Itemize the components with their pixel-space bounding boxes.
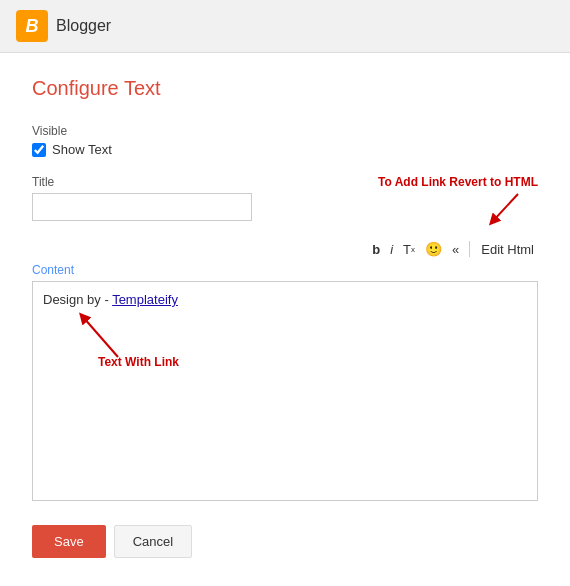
toolbar-separator bbox=[469, 241, 470, 257]
button-row: Save Cancel bbox=[32, 525, 538, 558]
title-section: Title bbox=[32, 175, 538, 221]
logo-letter: B bbox=[26, 16, 39, 37]
title-and-hint-area: To Add Link Revert to HTML Title bbox=[32, 175, 538, 221]
app-header: B Blogger bbox=[0, 0, 570, 53]
content-link[interactable]: Templateify bbox=[112, 292, 178, 307]
visible-label: Visible bbox=[32, 124, 538, 138]
italic-icon[interactable]: i bbox=[387, 240, 396, 259]
title-input[interactable] bbox=[32, 193, 252, 221]
main-content: Configure Text Visible Show Text To Add … bbox=[0, 53, 570, 586]
link-annotation-label: Text With Link bbox=[98, 355, 179, 369]
content-box[interactable]: Design by - Templateify Text With Link bbox=[32, 281, 538, 501]
bold-icon[interactable]: b bbox=[369, 240, 383, 259]
link-annotation-area: Text With Link bbox=[43, 307, 527, 387]
blogger-logo: B bbox=[16, 10, 48, 42]
title-field-label: Title bbox=[32, 175, 538, 189]
text-format-icon[interactable]: Tx bbox=[400, 240, 418, 259]
show-text-row: Show Text bbox=[32, 142, 538, 157]
content-section: b i Tx 🙂 « Edit Html Content Design by -… bbox=[32, 239, 538, 501]
edit-html-button[interactable]: Edit Html bbox=[477, 240, 538, 259]
save-button[interactable]: Save bbox=[32, 525, 106, 558]
page-title: Configure Text bbox=[32, 77, 538, 100]
app-name: Blogger bbox=[56, 17, 111, 35]
svg-line-3 bbox=[83, 317, 118, 357]
content-text-before: Design by - bbox=[43, 292, 112, 307]
cancel-button[interactable]: Cancel bbox=[114, 525, 192, 558]
emoji-icon[interactable]: 🙂 bbox=[422, 239, 445, 259]
show-text-label: Show Text bbox=[52, 142, 112, 157]
content-label[interactable]: Content bbox=[32, 263, 538, 277]
visible-section: Visible Show Text bbox=[32, 124, 538, 157]
show-text-checkbox[interactable] bbox=[32, 143, 46, 157]
toolbar: b i Tx 🙂 « Edit Html bbox=[32, 239, 538, 259]
quote-icon[interactable]: « bbox=[449, 240, 462, 259]
